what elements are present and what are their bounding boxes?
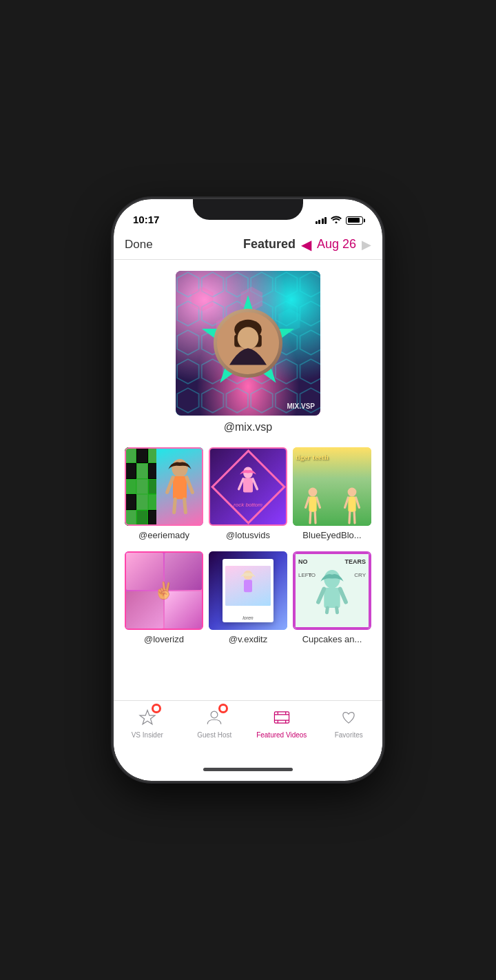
scroll-content: MIX.VSP @mix.vsp xyxy=(114,260,382,700)
thumb-eeriemady xyxy=(125,447,203,526)
svg-line-24 xyxy=(316,498,320,507)
guest-host-badge xyxy=(218,704,228,713)
cupcakes-cry-text: CRY xyxy=(354,572,366,578)
nav-prev-button[interactable]: ◀ xyxy=(301,236,311,253)
thumb-cupcakes: NO TEARS LEFT TO CRY xyxy=(293,551,371,630)
featured-main-image: MIX.VSP xyxy=(176,271,320,416)
thumb-blueeyed: tiger teeth xyxy=(293,447,371,526)
tab-featured-videos[interactable]: Featured Videos xyxy=(248,706,316,739)
svg-point-10 xyxy=(238,327,259,349)
tab-guest-host-label: Guest Host xyxy=(197,731,231,739)
home-bar xyxy=(203,768,293,771)
tab-favorites[interactable]: Favorites xyxy=(316,706,383,739)
svg-line-26 xyxy=(315,512,316,523)
done-button[interactable]: Done xyxy=(125,238,153,252)
svg-point-42 xyxy=(211,711,218,718)
thumb-lotusvids: rock bottom xyxy=(209,447,287,526)
svg-line-30 xyxy=(355,498,359,507)
tab-featured-videos-label: Featured Videos xyxy=(256,731,307,739)
grid-item-vexditz[interactable]: loren @v.exditz xyxy=(209,551,287,644)
grid-item-cupcakes[interactable]: NO TEARS LEFT TO CRY Cupcakes an... xyxy=(293,551,371,644)
nav-header: Done Featured ◀ Aug 26 ▶ xyxy=(114,229,382,260)
svg-rect-34 xyxy=(244,580,252,593)
grid-name-cupcakes: Cupcakes an... xyxy=(302,634,362,644)
svg-rect-28 xyxy=(348,496,355,511)
svg-rect-43 xyxy=(274,712,289,723)
signal-icon xyxy=(316,217,327,224)
nav-next-button[interactable]: ▶ xyxy=(362,237,371,252)
wifi-icon xyxy=(331,215,342,225)
silhouette-1-icon xyxy=(304,486,321,526)
grid-name-vexditz: @v.exditz xyxy=(229,634,267,644)
grid-item-loverizd[interactable]: ✌️ @loverizd xyxy=(125,551,203,644)
thumb-vexditz: loren xyxy=(209,551,287,630)
tab-guest-host[interactable]: Guest Host xyxy=(181,706,249,739)
status-icons xyxy=(316,215,364,225)
svg-rect-36 xyxy=(324,588,340,608)
featured-main-item[interactable]: MIX.VSP @mix.vsp xyxy=(125,271,371,433)
grid-row-1: @eeriemady xyxy=(125,447,371,540)
svg-point-35 xyxy=(324,570,340,589)
grid-item-blueeyed[interactable]: tiger teeth xyxy=(293,447,371,540)
tiger-teeth-text: tiger teeth xyxy=(296,453,329,461)
grid-name-blueeyed: BlueEyedBlo... xyxy=(302,530,361,540)
grid-name-eeriemady: @eeriemady xyxy=(138,530,189,540)
svg-line-23 xyxy=(305,498,309,507)
phone-screen: 10:17 xyxy=(114,199,382,781)
phone-frame: 10:17 xyxy=(114,199,382,781)
film-icon xyxy=(273,708,291,726)
vs-insider-badge xyxy=(152,704,161,713)
svg-line-37 xyxy=(318,589,324,602)
status-time: 10:17 xyxy=(133,214,159,225)
svg-line-40 xyxy=(337,608,338,613)
lotus-person-icon xyxy=(236,465,260,506)
home-indicator xyxy=(114,757,382,781)
thumb-loverizd: ✌️ xyxy=(125,551,203,630)
grid-name-lotusvids: @lotusvids xyxy=(226,530,270,540)
nav-title: Featured xyxy=(243,237,296,252)
tab-favorites-label: Favorites xyxy=(335,731,363,739)
lotus-text: rock bottom xyxy=(234,502,262,508)
svg-point-21 xyxy=(308,488,317,497)
grid-row-2: ✌️ @loverizd xyxy=(125,551,371,644)
watermark-text: MIX.VSP xyxy=(287,402,315,410)
polaroid-name-text: loren xyxy=(242,615,254,620)
cupcakes-to-text: TO xyxy=(308,572,316,578)
silhouette-2-icon xyxy=(344,486,360,526)
nav-date: Aug 26 xyxy=(317,237,356,252)
svg-line-38 xyxy=(340,589,346,602)
svg-line-32 xyxy=(354,512,355,523)
svg-point-27 xyxy=(347,488,356,497)
notch xyxy=(193,199,303,220)
cupcakes-no-text: NO xyxy=(298,558,308,565)
featured-portrait xyxy=(214,309,282,378)
svg-marker-41 xyxy=(140,710,155,724)
cupcakes-tears-text: TEARS xyxy=(344,558,366,565)
svg-line-19 xyxy=(239,479,243,489)
vexditz-person-icon xyxy=(238,570,258,601)
cupcakes-person-icon xyxy=(315,566,349,615)
featured-main-username: @mix.vsp xyxy=(224,421,272,433)
tab-bar: VS Insider Guest Host xyxy=(114,700,382,757)
svg-line-31 xyxy=(349,512,350,523)
tab-vs-insider-label: VS Insider xyxy=(132,731,163,739)
tab-vs-insider[interactable]: VS Insider xyxy=(114,706,181,739)
grid-item-eeriemady[interactable]: @eeriemady xyxy=(125,447,203,540)
peace-sign-icon: ✌️ xyxy=(154,581,174,600)
grid-item-lotusvids[interactable]: rock bottom @lotusvids xyxy=(209,447,287,540)
grid-name-loverizd: @loverizd xyxy=(144,634,184,644)
svg-line-25 xyxy=(310,512,311,523)
polaroid-frame: loren xyxy=(223,559,273,622)
svg-line-39 xyxy=(327,608,328,613)
nav-center: Featured ◀ Aug 26 ▶ xyxy=(243,236,371,253)
svg-line-29 xyxy=(344,498,348,507)
svg-rect-18 xyxy=(243,478,253,493)
person-silhouette-icon xyxy=(217,312,279,374)
battery-icon xyxy=(346,216,363,225)
svg-rect-22 xyxy=(309,496,316,511)
svg-line-20 xyxy=(253,479,257,489)
heart-icon xyxy=(340,708,358,726)
